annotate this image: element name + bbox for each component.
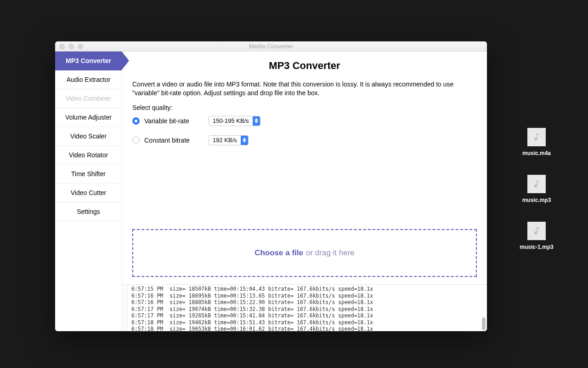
svg-marker-0 (254, 118, 258, 121)
log-scrollbar[interactable] (482, 286, 486, 330)
chevron-up-down-icon (253, 116, 260, 126)
constant-bitrate-label: Constant bitrate (144, 137, 204, 144)
file-label: music.m4a (522, 150, 551, 156)
sidebar-item-settings[interactable]: Settings (55, 202, 122, 221)
desktop-files: music.m4a music.mp3 music-1.mp3 (514, 128, 560, 250)
chevron-up-down-icon (241, 136, 248, 145)
constant-bitrate-radio[interactable] (132, 137, 140, 144)
desktop-file[interactable]: music-1.mp3 (514, 222, 560, 250)
select-quality-label: Select quality: (132, 104, 477, 111)
music-file-icon (527, 128, 546, 146)
constant-bitrate-value: 192 KB/s (209, 136, 241, 145)
app-window: Media Converter MP3 Converter Audio Extr… (55, 41, 487, 331)
sidebar-item-label: MP3 Converter (66, 57, 111, 64)
sidebar-item-time-shifter[interactable]: Time Shifter (55, 165, 122, 184)
file-label: music-1.mp3 (520, 244, 553, 250)
variable-bitrate-select[interactable]: 150-195 KB/s (209, 116, 260, 126)
variable-bitrate-label: Variable bit-rate (144, 117, 204, 125)
window-title: Media Converter (55, 43, 487, 50)
titlebar: Media Converter (55, 41, 487, 52)
sidebar-item-video-cutter[interactable]: Video Cutter (55, 184, 122, 202)
svg-marker-1 (254, 121, 258, 123)
sidebar-item-label: Audio Extractor (67, 76, 111, 83)
page-description: Convert a video or audio file into MP3 f… (132, 80, 477, 98)
page-heading: MP3 Converter (132, 60, 477, 72)
sidebar-item-volume-adjuster[interactable]: Volume Adjuster (55, 108, 122, 127)
constant-bitrate-row: Constant bitrate 192 KB/s (132, 135, 477, 145)
sidebar-item-label: Video Rotator (69, 151, 108, 159)
sidebar-item-label: Video Combiner (65, 95, 111, 102)
file-dropzone[interactable]: Choose a file or drag it here (132, 229, 477, 277)
variable-bitrate-radio[interactable] (132, 117, 140, 125)
dropzone-suffix: or drag it here (306, 248, 355, 258)
sidebar-item-label: Settings (77, 208, 100, 215)
choose-file-link[interactable]: Choose a file (254, 248, 303, 258)
log-line: 6:57:18 PM size= 19653kB time=00:16:01.6… (131, 326, 481, 331)
sidebar-item-video-rotator[interactable]: Video Rotator (55, 146, 122, 165)
variable-bitrate-value: 150-195 KB/s (209, 116, 253, 126)
main-body: MP3 Converter Convert a video or audio f… (122, 52, 487, 284)
desktop-file[interactable]: music.mp3 (514, 175, 560, 203)
sidebar-item-label: Volume Adjuster (65, 114, 112, 121)
sidebar: MP3 Converter Audio Extractor Video Comb… (55, 52, 122, 331)
log-line: 6:57:17 PM size= 19265kB time=00:15:41.8… (131, 312, 481, 319)
log-gutter (122, 285, 128, 331)
window-content: MP3 Converter Audio Extractor Video Comb… (55, 52, 487, 331)
log-line: 6:57:16 PM size= 18885kB time=00:15:22.9… (131, 299, 481, 306)
music-file-icon (527, 175, 546, 193)
main-panel: MP3 Converter Convert a video or audio f… (122, 52, 487, 331)
sidebar-item-mp3-converter[interactable]: MP3 Converter (55, 52, 122, 70)
variable-bitrate-row: Variable bit-rate 150-195 KB/s (132, 116, 477, 126)
sidebar-item-label: Video Scaler (70, 132, 107, 140)
sidebar-item-label: Video Cutter (71, 189, 107, 196)
sidebar-item-audio-extractor[interactable]: Audio Extractor (55, 70, 122, 89)
sidebar-item-video-combiner: Video Combiner (55, 89, 122, 108)
log-scroll-thumb[interactable] (482, 317, 486, 330)
svg-marker-3 (243, 140, 246, 143)
log-line: 6:57:15 PM size= 18507kB time=00:15:04.4… (131, 286, 481, 293)
svg-marker-2 (243, 138, 246, 140)
log-line: 6:57:16 PM size= 18695kB time=00:15:13.6… (131, 293, 481, 299)
music-file-icon (527, 222, 546, 240)
log-panel: 6:57:15 PM size= 18507kB time=00:15:04.4… (122, 284, 487, 331)
log-line: 6:57:17 PM size= 19074kB time=00:15:32.3… (131, 306, 481, 313)
desktop-file[interactable]: music.m4a (514, 128, 560, 156)
sidebar-item-video-scaler[interactable]: Video Scaler (55, 127, 122, 146)
sidebar-item-label: Time Shifter (71, 170, 106, 178)
log-line: 6:57:18 PM size= 19462kB time=00:15:51.4… (131, 319, 481, 326)
file-label: music.mp3 (522, 197, 551, 203)
constant-bitrate-select[interactable]: 192 KB/s (209, 135, 249, 145)
